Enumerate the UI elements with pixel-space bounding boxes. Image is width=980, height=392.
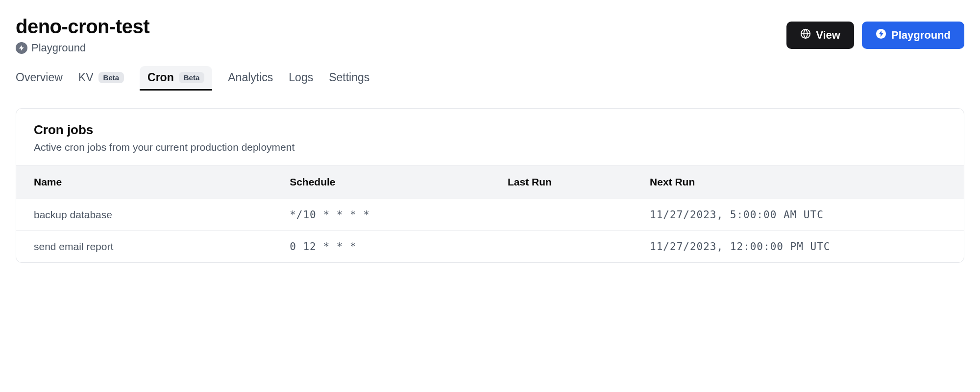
page-header: deno-cron-test Playground View Playgroun… (16, 16, 964, 54)
th-last-run: Last Run (490, 165, 632, 199)
view-button-label: View (816, 29, 840, 42)
cell-next-run: 11/27/2023, 5:00:00 AM UTC (632, 199, 964, 231)
tab-kv[interactable]: KV Beta (78, 66, 124, 91)
tab-cron[interactable]: Cron Beta (140, 66, 212, 91)
playground-button[interactable]: Playground (862, 22, 964, 49)
globe-icon (800, 28, 811, 42)
th-next-run: Next Run (632, 165, 964, 199)
bolt-circle-icon (876, 28, 886, 42)
cron-table: Name Schedule Last Run Next Run backup d… (16, 165, 964, 262)
beta-badge: Beta (179, 72, 205, 83)
cell-schedule: */10 * * * * (272, 199, 490, 231)
tab-overview[interactable]: Overview (16, 66, 63, 91)
project-title: deno-cron-test (16, 16, 149, 38)
tab-label: Analytics (228, 71, 273, 84)
cell-name: backup database (16, 199, 272, 231)
header-buttons: View Playground (786, 22, 964, 49)
project-type-label: Playground (31, 42, 86, 54)
cell-name: send email report (16, 231, 272, 263)
cell-next-run: 11/27/2023, 12:00:00 PM UTC (632, 231, 964, 263)
tab-analytics[interactable]: Analytics (228, 66, 273, 91)
tab-label: Logs (289, 71, 313, 84)
table-row: backup database */10 * * * * 11/27/2023,… (16, 199, 964, 231)
tab-label: Overview (16, 71, 63, 84)
tab-label: KV (78, 71, 94, 84)
tab-label: Settings (329, 71, 369, 84)
cell-schedule: 0 12 * * * (272, 231, 490, 263)
table-row: send email report 0 12 * * * 11/27/2023,… (16, 231, 964, 263)
tab-settings[interactable]: Settings (329, 66, 369, 91)
card-header: Cron jobs Active cron jobs from your cur… (16, 109, 964, 165)
playground-button-label: Playground (891, 29, 951, 42)
th-schedule: Schedule (272, 165, 490, 199)
cell-last-run (490, 231, 632, 263)
card-title: Cron jobs (34, 122, 946, 138)
beta-badge: Beta (98, 72, 124, 83)
header-left: deno-cron-test Playground (16, 16, 149, 54)
th-name: Name (16, 165, 272, 199)
tabs-nav: Overview KV Beta Cron Beta Analytics Log… (16, 66, 964, 91)
cell-last-run (490, 199, 632, 231)
table-header-row: Name Schedule Last Run Next Run (16, 165, 964, 199)
card-subtitle: Active cron jobs from your current produ… (34, 141, 946, 153)
cron-card: Cron jobs Active cron jobs from your cur… (16, 108, 964, 263)
view-button[interactable]: View (786, 22, 854, 49)
tab-logs[interactable]: Logs (289, 66, 313, 91)
tab-label: Cron (147, 71, 174, 84)
bolt-icon (16, 42, 27, 54)
project-type-row: Playground (16, 42, 149, 54)
